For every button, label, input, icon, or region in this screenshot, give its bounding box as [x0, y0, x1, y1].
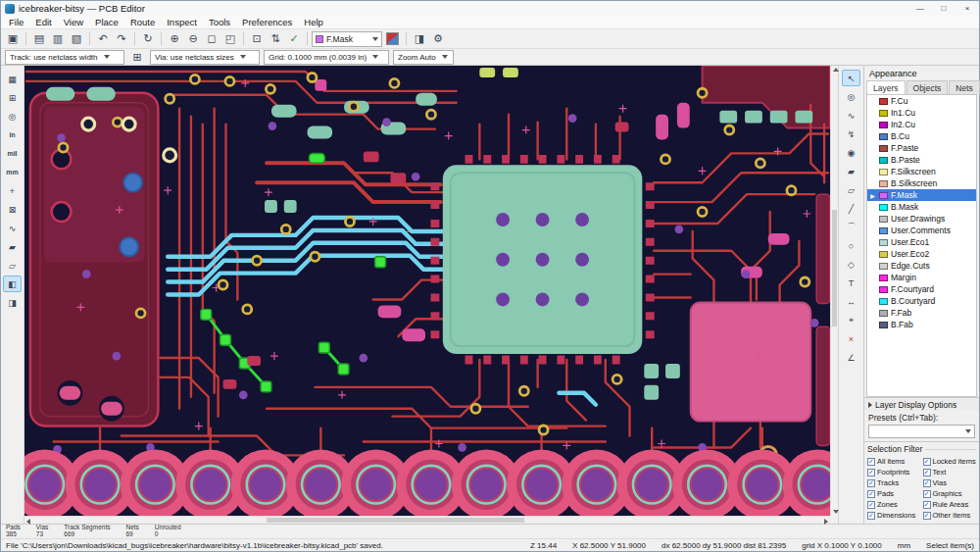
units-mils-button[interactable]: mil — [3, 145, 22, 162]
grid-origin-button[interactable]: ⊞ — [3, 89, 22, 106]
undo-button[interactable]: ↶ — [94, 30, 112, 47]
layer-color-swatch[interactable] — [879, 227, 888, 234]
menu-place[interactable]: Place — [89, 16, 124, 28]
filter-locked-items[interactable]: Locked items — [923, 457, 977, 466]
layer-row-f-fab[interactable]: F.Fab — [867, 307, 976, 319]
show-grid-button[interactable]: ▦ — [3, 71, 22, 87]
filter-zones[interactable]: Zones — [867, 500, 921, 509]
plot-button[interactable]: ▧ — [68, 30, 85, 47]
layer-display-options-header[interactable]: Layer Display Options — [864, 397, 979, 411]
polar-coordinates-button[interactable]: ◎ — [3, 108, 22, 125]
menu-view[interactable]: View — [58, 16, 89, 28]
zoom-out-button[interactable]: ⊖ — [184, 30, 202, 47]
filter-vias[interactable]: Vias — [923, 478, 977, 487]
layer-color-swatch[interactable] — [879, 263, 888, 270]
rule-area-tool-button[interactable]: ▱ — [842, 181, 860, 198]
filter-other-items[interactable]: Other items — [923, 511, 977, 520]
layer-row-f-paste[interactable]: F.Paste — [867, 142, 976, 154]
vertical-scrollbar-thumb[interactable] — [832, 210, 837, 326]
menu-route[interactable]: Route — [124, 16, 161, 28]
filter-tracks[interactable]: Tracks — [867, 478, 921, 487]
delete-tool-button[interactable]: × — [842, 330, 860, 347]
layer-color-swatch[interactable] — [879, 251, 888, 258]
checkbox-checked-icon[interactable] — [867, 490, 875, 498]
checkbox-checked-icon[interactable] — [867, 501, 875, 509]
layer-row-b-cu[interactable]: B.Cu — [867, 130, 976, 142]
local-ratsnest-tool-button[interactable]: ∿ — [842, 107, 860, 124]
layer-color-swatch[interactable] — [879, 110, 888, 117]
curved-ratsnest-button[interactable]: ∿ — [3, 220, 22, 236]
via-tool-button[interactable]: ◉ — [842, 144, 860, 161]
show-ratsnest-button[interactable]: ⊠ — [3, 201, 22, 218]
zone-outline-mode-button[interactable]: ▱ — [3, 257, 22, 274]
menu-inspect[interactable]: Inspect — [161, 16, 203, 28]
dim-inactive-layers-button[interactable]: ◧ — [3, 276, 22, 292]
layer-pair-indicator[interactable] — [386, 32, 399, 45]
filter-rule-areas[interactable]: Rule Areas — [923, 500, 977, 509]
units-inches-button[interactable]: in — [3, 126, 22, 143]
redo-button[interactable]: ↷ — [113, 30, 130, 47]
layer-row-f-silkscreen[interactable]: F.Silkscreen — [867, 166, 976, 177]
dimension-tool-button[interactable]: ↔ — [842, 293, 860, 310]
checkbox-checked-icon[interactable] — [867, 458, 875, 466]
layer-color-swatch[interactable] — [879, 133, 888, 140]
filter-pads[interactable]: Pads — [867, 489, 921, 498]
menu-preferences[interactable]: Preferences — [236, 16, 298, 28]
crosshair-cursor-button[interactable]: + — [3, 182, 22, 199]
checkbox-checked-icon[interactable] — [867, 512, 875, 520]
layer-color-swatch[interactable] — [879, 286, 888, 293]
layer-color-swatch[interactable] — [879, 204, 888, 211]
layer-color-swatch[interactable] — [879, 145, 888, 152]
checkbox-checked-icon[interactable] — [867, 469, 875, 477]
layer-row-user-eco2[interactable]: User.Eco2 — [867, 248, 976, 260]
route-track-tool-button[interactable]: ↯ — [842, 125, 860, 142]
high-contrast-mode-button[interactable]: ◨ — [3, 294, 22, 311]
tab-objects[interactable]: Objects — [906, 80, 949, 94]
zone-fill-mode-button[interactable]: ▰ — [3, 238, 22, 255]
zone-tool-button[interactable]: ▰ — [842, 163, 860, 179]
horizontal-scrollbar[interactable] — [24, 516, 830, 524]
minimize-button[interactable]: — — [908, 1, 932, 16]
active-layer-select[interactable]: F.Mask — [312, 31, 382, 47]
close-button[interactable]: × — [956, 1, 979, 16]
refresh-button[interactable]: ↻ — [139, 30, 157, 47]
checkbox-checked-icon[interactable] — [923, 512, 931, 520]
update-pcb-button[interactable]: ⇅ — [267, 30, 284, 47]
pcb-canvas[interactable] — [24, 66, 830, 516]
layer-color-swatch[interactable] — [879, 298, 888, 305]
checkbox-checked-icon[interactable] — [923, 458, 931, 466]
track-width-select[interactable]: Track: use netclass width — [5, 50, 124, 65]
filter-all-items[interactable]: All items — [867, 457, 921, 466]
page-settings-button[interactable]: ▤ — [30, 30, 48, 47]
layer-row-in1-cu[interactable]: In1.Cu — [867, 107, 976, 119]
layer-row-f-courtyard[interactable]: F.Courtyard — [867, 283, 976, 295]
checkbox-checked-icon[interactable] — [867, 479, 875, 487]
maximize-button[interactable]: □ — [932, 1, 956, 16]
layer-row-b-fab[interactable]: B.Fab — [867, 319, 976, 330]
via-size-select[interactable]: Via: use netclass sizes — [150, 50, 260, 65]
layer-color-swatch[interactable] — [879, 216, 888, 223]
print-button[interactable]: ▥ — [49, 30, 67, 47]
zoom-fit-button[interactable]: ◻ — [203, 30, 220, 47]
save-button[interactable]: ▣ — [4, 30, 22, 47]
filter-dimensions[interactable]: Dimensions — [867, 511, 921, 520]
menu-tools[interactable]: Tools — [203, 16, 236, 28]
zoom-select[interactable]: Zoom Auto — [393, 50, 454, 65]
layer-color-swatch[interactable] — [879, 275, 888, 281]
zoom-selection-button[interactable]: ◰ — [221, 30, 239, 47]
vertical-scrollbar[interactable] — [830, 66, 838, 516]
line-tool-button[interactable]: ╱ — [842, 200, 860, 217]
text-tool-button[interactable]: T — [842, 275, 860, 291]
layer-color-swatch[interactable] — [879, 98, 888, 105]
layer-color-swatch[interactable] — [879, 122, 888, 128]
units-mm-button[interactable]: mm — [3, 164, 22, 180]
layer-row-edge-cuts[interactable]: Edge.Cuts — [867, 260, 976, 272]
high-contrast-button[interactable]: ◨ — [411, 30, 428, 47]
checkbox-checked-icon[interactable] — [923, 479, 931, 487]
layer-row-user-drawings[interactable]: User.Drawings — [867, 213, 976, 225]
highlight-net-tool-button[interactable]: ◎ — [842, 88, 860, 105]
layer-row-b-silkscreen[interactable]: B.Silkscreen — [867, 177, 976, 189]
arc-tool-button[interactable]: ⌒ — [842, 219, 860, 235]
checkbox-checked-icon[interactable] — [923, 490, 931, 498]
grid-select[interactable]: Grid: 0.1000 mm (0.0039 in) — [264, 50, 389, 65]
